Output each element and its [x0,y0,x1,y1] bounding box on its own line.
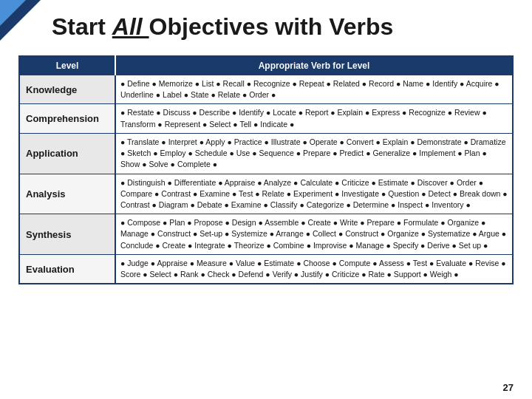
title-end: Objectives with Verbs [149,13,394,40]
page-number: 27 [503,382,514,393]
table-row: Application● Translate ● Interpret ● App… [19,133,513,174]
title-area: Start All Objectives with Verbs [52,13,517,41]
level-cell: Knowledge [19,75,115,104]
table-row: Comprehension● Restate ● Discuss ● Descr… [19,104,513,133]
objectives-table: Level Appropriate Verb for Level Knowled… [18,55,514,284]
main-table-wrapper: Level Appropriate Verb for Level Knowled… [18,55,514,373]
table-header-row: Level Appropriate Verb for Level [19,56,513,75]
col-header-level: Level [19,56,115,75]
title-start: Start [52,13,112,40]
level-cell: Evaluation [19,254,115,284]
level-cell: Synthesis [19,214,115,255]
table-body: Knowledge● Define ● Memorize ● List ● Re… [19,75,513,284]
level-cell: Analysis [19,174,115,214]
col-header-verbs: Appropriate Verb for Level [115,56,513,75]
level-cell: Application [19,133,115,174]
verbs-cell: ● Judge ● Appraise ● Measure ● Value ● E… [115,254,513,284]
table-row: Synthesis● Compose ● Plan ● Propose ● De… [19,214,513,255]
verbs-cell: ● Restate ● Discuss ● Describe ● Identif… [115,104,513,133]
table-row: Knowledge● Define ● Memorize ● List ● Re… [19,75,513,104]
verbs-cell: ● Define ● Memorize ● List ● Recall ● Re… [115,75,513,104]
page: Start All Objectives with Verbs Level Ap… [0,0,532,399]
verbs-cell: ● Compose ● Plan ● Propose ● Design ● As… [115,214,513,255]
verbs-cell: ● Translate ● Interpret ● Apply ● Practi… [115,133,513,174]
table-row: Evaluation● Judge ● Appraise ● Measure ●… [19,254,513,284]
title-all: All [112,13,149,40]
page-title: Start All Objectives with Verbs [52,13,517,41]
table-row: Analysis● Distinguish ● Differentiate ● … [19,174,513,214]
verbs-cell: ● Distinguish ● Differentiate ● Appraise… [115,174,513,214]
level-cell: Comprehension [19,104,115,133]
